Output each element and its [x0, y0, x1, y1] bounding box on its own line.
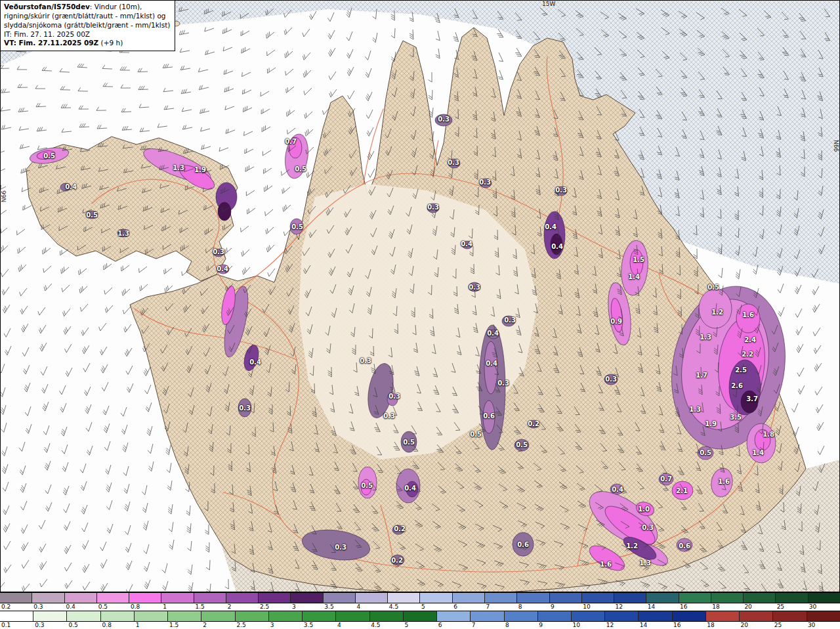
colorbar-segment: [605, 611, 639, 621]
colorbars: 0.20.30.40.50.811.522.533.544.5567891012…: [0, 592, 840, 629]
precip-blob: [392, 525, 404, 534]
colorbar-segment: [97, 593, 129, 603]
precip-blob: [741, 391, 758, 413]
colorbar-tick-label: 1: [135, 622, 168, 629]
precip-blob: [528, 420, 539, 428]
precip-blob: [86, 211, 98, 219]
colorbar-tick-label: 25: [776, 603, 808, 611]
colorbar-tick-label: 3.5: [303, 622, 336, 629]
colorbar-segment: [572, 611, 605, 621]
legend-line-1-rest: : Vindur (10m),: [90, 3, 142, 11]
colorbar-tick-label: 0.4: [64, 603, 96, 611]
precip-blob: [630, 249, 643, 276]
colorbar-segment: [101, 611, 135, 621]
precip-blob: [217, 265, 229, 274]
colorbar-tick-label: 4: [356, 603, 388, 611]
precip-blob: [755, 429, 770, 450]
precip-blob: [483, 401, 495, 433]
model-name: Veðurstofan/IS750dev: [4, 3, 90, 11]
colorbar-tick-label: 20: [743, 603, 775, 611]
colorbar-tick-label: 0.5: [97, 603, 129, 611]
colorbar-segment: [614, 593, 646, 603]
colorbar-segment: [538, 611, 572, 621]
colorbar-tick-label: 30: [808, 603, 840, 611]
colorbar-tick-label: 12: [605, 622, 639, 629]
colorbar-tick-label: 16: [672, 622, 705, 629]
colorbar-tick-label: 0.8: [129, 603, 161, 611]
colorbar-tick-label: 10: [571, 622, 604, 629]
weather-map: [0, 0, 840, 592]
colorbar-segment: [646, 593, 679, 603]
colorbar-tick-label: 4.5: [369, 622, 403, 629]
parallel-label-left: N66: [1, 190, 7, 202]
precip-blob: [698, 446, 713, 460]
colorbar-tick-label: 6: [437, 622, 471, 629]
colorbar-segment: [324, 593, 356, 603]
precip-blob: [659, 473, 673, 485]
meridian-label: 15W: [542, 1, 555, 7]
colorbar-segment: [32, 593, 64, 603]
legend-line-1: Veðurstofan/IS750dev: Vindur (10m),: [4, 3, 170, 12]
precip-blob: [480, 179, 492, 188]
colorbar-rain-ticks: 0.10.30.50.811.522.533.544.5567891012141…: [0, 622, 840, 629]
precip-blob: [488, 330, 499, 339]
colorbar-segment: [161, 593, 194, 603]
colorbar-segment: [808, 593, 840, 603]
colorbar-tick-label: 1.5: [168, 622, 201, 629]
colorbar-segment: [505, 611, 538, 621]
precip-blob: [290, 219, 303, 234]
colorbar-tick-label: 2.5: [235, 622, 268, 629]
colorbar-sleet-snow: [0, 592, 840, 603]
valid-time-line: VT: Fim. 27.11.2025 09Z (+9 h): [4, 39, 170, 48]
colorbar-tick-label: 0.3: [33, 622, 67, 629]
precip-blob: [513, 532, 534, 556]
colorbar-tick-label: 8: [517, 603, 549, 611]
legend-box: Veðurstofan/IS750dev: Vindur (10m), rign…: [0, 0, 175, 51]
colorbar-segment: [67, 611, 100, 621]
valid-time: VT: Fim. 27.11.2025 09Z: [4, 39, 98, 47]
colorbar-segment: [711, 593, 744, 603]
precip-blob: [435, 114, 452, 126]
precip-blob: [60, 183, 71, 191]
colorbar-tick-label: 1: [161, 603, 194, 611]
precip-blob: [238, 399, 251, 417]
colorbar-segment: [673, 611, 706, 621]
colorbar-segment: [388, 593, 420, 603]
init-time: IT: Fim. 27. 11. 2025 00Z: [4, 30, 170, 39]
colorbar-segment: [550, 593, 582, 603]
colorbar-segment: [135, 611, 168, 621]
colorbar-tick-label: 9: [537, 622, 571, 629]
colorbar-tick-label: 20: [739, 622, 772, 629]
colorbar-segment: [773, 611, 807, 621]
colorbar-tick-label: 30: [807, 622, 840, 629]
precip-blob: [406, 481, 418, 497]
colorbar-tick-label: 0.1: [0, 622, 33, 629]
colorbar-segment: [194, 593, 226, 603]
colorbar-segment: [420, 593, 452, 603]
colorbar-segment: [582, 593, 614, 603]
colorbar-segment: [259, 593, 291, 603]
colorbar-tick-label: 4: [336, 622, 369, 629]
precip-blob: [502, 316, 515, 326]
colorbar-tick-label: 3: [269, 622, 303, 629]
colorbar-tick-label: 0.8: [101, 622, 135, 629]
colorbar-segment: [639, 611, 672, 621]
colorbar-segment: [740, 611, 773, 621]
colorbar-tick-label: 8: [504, 622, 537, 629]
legend-line-2: rigning/skúrir (grænt/blátt/rautt - mm/1…: [4, 12, 170, 21]
colorbar-tick-label: 6: [452, 603, 484, 611]
colorbar-tick-label: 3.5: [323, 603, 355, 611]
colorbar-tick-label: 14: [646, 603, 679, 611]
colorbar-tick-label: 2: [226, 603, 259, 611]
weather-map-page: Veðurstofan/IS750dev: Vindur (10m), rign…: [0, 0, 840, 629]
colorbar-segment: [453, 593, 485, 603]
precip-blob: [427, 204, 439, 213]
colorbar-segment: [471, 611, 504, 621]
colorbar-tick-label: 18: [711, 603, 743, 611]
colorbar-tick-label: 4.5: [388, 603, 420, 611]
precip-blob: [401, 431, 417, 452]
precip-blob: [699, 289, 732, 328]
precip-blob: [289, 137, 302, 158]
colorbar-tick-label: 0.2: [0, 603, 32, 611]
precip-blob: [361, 479, 371, 495]
